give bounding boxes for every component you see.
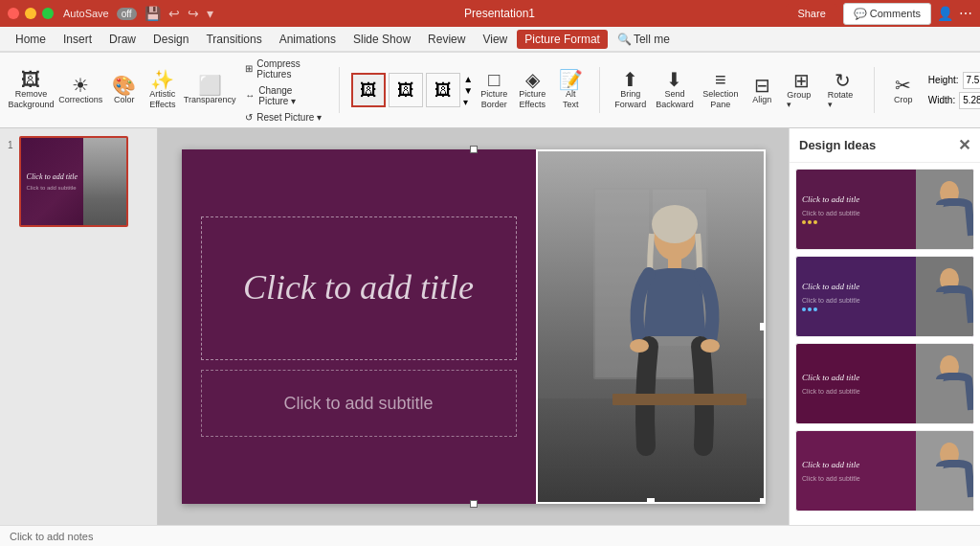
style-down-icon[interactable]: ▼ (463, 85, 473, 96)
reset-picture-button[interactable]: ↺ Reset Picture ▾ (239, 110, 327, 125)
subtitle-placeholder-text: Click to add subtitle (283, 394, 433, 414)
menu-transitions[interactable]: Transitions (198, 30, 269, 49)
ribbon-group-arrange: ⬆ BringForward ⬇ SendBackward ≡ Selectio… (612, 67, 875, 113)
slide-photo-svg (536, 149, 766, 504)
design-idea-4-title: Click to add title (802, 460, 910, 471)
dot-4 (802, 307, 806, 311)
title-placeholder[interactable]: Click to add title (201, 216, 517, 360)
size-fields: Height: 7.5" ▲ ▼ Width: 5.28" ▲ ▼ (928, 72, 980, 109)
resize-handle-top[interactable] (470, 146, 478, 153)
send-backward-button[interactable]: ⬇ SendBackward (653, 68, 696, 112)
main-area: 1 Click to add title Click to add subtit… (0, 128, 980, 525)
compress-pictures-button[interactable]: ⊞ Compress Pictures (239, 57, 327, 81)
design-idea-2[interactable]: Click to add title Click to add subtitle (795, 256, 974, 337)
comments-button[interactable]: 💬 Comments (843, 3, 931, 25)
group-button[interactable]: ⊞ Group ▾ (783, 69, 820, 111)
slide-thumbnail-1[interactable]: Click to add title Click to add subtitle (19, 136, 129, 227)
remove-background-button[interactable]: 🖼 RemoveBackground (8, 68, 55, 112)
design-idea-3-title: Click to add title (802, 373, 910, 384)
user-icon[interactable]: 👤 (937, 6, 953, 21)
undo-icon[interactable]: ↩ (168, 6, 180, 21)
svg-rect-17 (916, 344, 973, 423)
bring-forward-icon: ⬆ (622, 70, 638, 89)
style-icon-2: 🖼 (397, 80, 414, 101)
menu-design[interactable]: Design (145, 30, 196, 49)
corrections-button[interactable]: ☀ Corrections (58, 74, 103, 106)
menu-slideshow[interactable]: Slide Show (345, 30, 418, 49)
app-title: Presentation1 (213, 7, 787, 20)
slide-photo-area (536, 149, 766, 504)
height-input[interactable]: 7.5" (963, 72, 980, 89)
autosave-toggle[interactable]: off (117, 8, 137, 20)
customize-icon[interactable]: ▾ (207, 6, 213, 21)
slide-thumb-inner: Click to add title Click to add subtitle (21, 138, 127, 225)
align-button[interactable]: ⊟ Align (745, 74, 779, 106)
design-idea-1[interactable]: Click to add title Click to add subtitle (795, 169, 974, 250)
dot-5 (808, 307, 812, 311)
notes-placeholder: Click to add notes (10, 531, 93, 542)
style-up-icon[interactable]: ▲ (463, 74, 473, 84)
menu-home[interactable]: Home (8, 30, 54, 49)
autosave-label: AutoSave (63, 8, 109, 19)
share-button[interactable]: Share (786, 4, 836, 23)
bring-forward-button[interactable]: ⬆ BringForward (612, 68, 649, 112)
window-controls[interactable] (8, 8, 54, 19)
menu-review[interactable]: Review (420, 30, 473, 49)
compress-icon: ⊞ (245, 63, 253, 74)
design-idea-1-title: Click to add title (802, 194, 910, 206)
save-icon[interactable]: 💾 (145, 6, 161, 21)
menu-tellme[interactable]: 🔍 Tell me (610, 30, 678, 49)
close-button[interactable] (8, 8, 19, 19)
alt-text-button[interactable]: 📝 AltText (553, 68, 588, 112)
change-picture-button[interactable]: ↔ Change Picture ▾ (239, 83, 327, 108)
subtitle-placeholder[interactable]: Click to add subtitle (201, 370, 517, 437)
maximize-button[interactable] (42, 8, 54, 19)
width-input[interactable]: 5.28" (959, 92, 980, 109)
height-label: Height: (928, 75, 959, 85)
remove-bg-icon: 🖼 (21, 70, 40, 89)
resize-handles-bottom (470, 500, 478, 508)
design-idea-2-subtitle: Click to add subtitle (802, 297, 910, 304)
transparency-icon: ⬜ (198, 76, 222, 95)
menu-view[interactable]: View (475, 30, 515, 49)
style-expand-icon[interactable]: ▾ (463, 97, 473, 107)
menu-picture-format[interactable]: Picture Format (517, 30, 608, 49)
selection-pane-button[interactable]: ≡ SelectionPane (700, 68, 741, 112)
design-idea-3[interactable]: Click to add title Click to add subtitle (795, 343, 974, 424)
canvas-area[interactable]: Click to add title Click to add subtitle (158, 128, 789, 525)
design-idea-1-photo (916, 170, 973, 249)
ribbon: 🖼 RemoveBackground ☀ Corrections 🎨 Color… (0, 52, 980, 128)
ribbon-group-adjust: 🖼 RemoveBackground ☀ Corrections 🎨 Color… (8, 67, 340, 113)
picture-border-button[interactable]: □ PictureBorder (477, 68, 511, 112)
menu-insert[interactable]: Insert (56, 30, 100, 49)
menu-animations[interactable]: Animations (272, 30, 344, 49)
design-idea-3-left: Click to add title Click to add subtitle (796, 344, 916, 423)
redo-icon[interactable]: ↪ (188, 6, 199, 21)
style-preset-1[interactable]: 🖼 (351, 73, 386, 107)
options-icon[interactable]: ⋯ (959, 6, 972, 21)
style-preset-2[interactable]: 🖼 (389, 73, 423, 107)
minimize-button[interactable] (25, 8, 36, 19)
transparency-button[interactable]: ⬜ Transparency (184, 74, 235, 106)
color-button[interactable]: 🎨 Color (107, 74, 142, 106)
crop-button[interactable]: ✂ Crop (886, 74, 921, 106)
ribbon-group-size: ✂ Crop Height: 7.5" ▲ ▼ Width: 5.28" ▲ (886, 67, 980, 113)
style-preset-3[interactable]: 🖼 (426, 73, 460, 107)
design-idea-4[interactable]: Click to add title Click to add subtitle (795, 430, 974, 512)
close-design-panel-button[interactable]: ✕ (958, 136, 970, 154)
design-panel-header: Design Ideas ✕ (790, 128, 980, 163)
height-field-row: Height: 7.5" ▲ ▼ (928, 72, 980, 89)
rotate-button[interactable]: ↻ Rotate ▾ (824, 69, 862, 111)
svg-rect-19 (916, 431, 973, 511)
svg-point-10 (630, 339, 649, 353)
slide-canvas[interactable]: Click to add title Click to add subtitle (182, 149, 766, 504)
resize-handle-bottom[interactable] (470, 500, 478, 508)
notes-bar[interactable]: Click to add notes (0, 525, 980, 546)
menu-draw[interactable]: Draw (101, 30, 144, 49)
width-label: Width: (928, 95, 955, 105)
artistic-effects-icon: ✨ (150, 70, 174, 89)
design-idea-2-title: Click to add title (802, 282, 910, 293)
align-icon: ⊟ (754, 76, 770, 95)
artistic-effects-button[interactable]: ✨ ArtisticEffects (145, 68, 180, 112)
picture-effects-button[interactable]: ◈ PictureEffects (515, 68, 549, 112)
